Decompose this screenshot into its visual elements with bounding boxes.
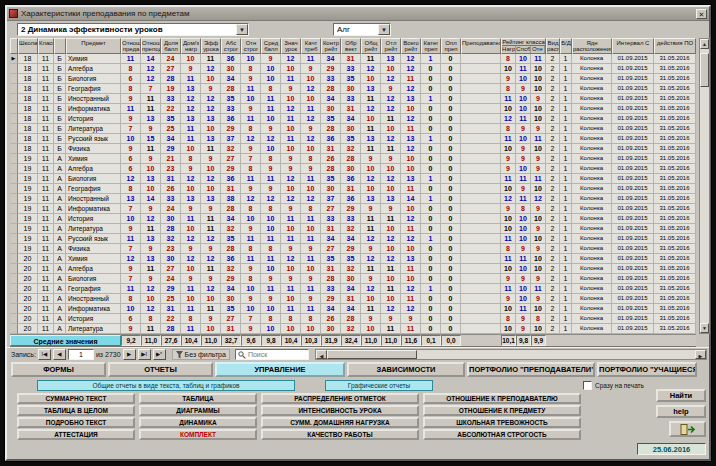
cell-date-from[interactable]: 01.09.2015 — [612, 224, 654, 234]
cell[interactable]: 12 — [121, 174, 141, 184]
cell-location[interactable]: Колонка — [572, 194, 612, 204]
cell[interactable]: 10 — [501, 324, 516, 334]
cell[interactable]: 12 — [201, 104, 221, 114]
cell[interactable]: 30 — [321, 184, 341, 194]
cell[interactable]: 10 — [281, 124, 301, 134]
cell[interactable]: 11 — [381, 214, 401, 224]
cell-date-from[interactable]: 01.09.2015 — [612, 304, 654, 314]
cell[interactable]: 30 — [221, 294, 241, 304]
cell-subject[interactable]: Физика — [66, 144, 121, 154]
cell[interactable]: 33 — [161, 194, 181, 204]
cell-location[interactable]: Колонка — [572, 104, 612, 114]
cell[interactable]: 0 — [441, 214, 461, 224]
cell[interactable]: 9 — [401, 314, 421, 324]
cell[interactable]: 10 — [261, 214, 281, 224]
cell[interactable]: 10 — [181, 184, 201, 194]
cell[interactable]: 9 — [361, 244, 381, 254]
cell[interactable]: 11 — [38, 104, 54, 114]
cell[interactable]: 10 — [241, 94, 261, 104]
cell[interactable]: 14 — [141, 54, 161, 64]
cell[interactable]: 31 — [321, 264, 341, 274]
cell[interactable]: 9 — [531, 164, 546, 174]
row-selector[interactable] — [10, 234, 18, 244]
cell-subject[interactable]: Информатика — [66, 204, 121, 214]
row-selector[interactable] — [10, 324, 18, 334]
cell[interactable]: 10 — [501, 144, 516, 154]
cell[interactable]: 1 — [560, 84, 572, 94]
cell[interactable]: 10 — [201, 294, 221, 304]
cell[interactable]: 8 — [121, 64, 141, 74]
cell[interactable]: 10 — [281, 184, 301, 194]
cell[interactable]: 27 — [321, 244, 341, 254]
cell[interactable]: 13 — [201, 114, 221, 124]
cell-teacher[interactable] — [461, 264, 501, 274]
cell[interactable]: 19 — [18, 174, 38, 184]
main-button-2[interactable]: УПРАВЛЕНИЕ — [215, 362, 345, 377]
cell[interactable]: 9 — [261, 124, 281, 134]
cell[interactable]: 10 — [201, 164, 221, 174]
cell[interactable]: 11 — [141, 224, 161, 234]
cell[interactable]: 7 — [241, 154, 261, 164]
cell[interactable]: 0 — [421, 224, 441, 234]
report-button-col3-0[interactable]: РАСПРЕДЕЛЕНИЕ ОТМЕТОК — [261, 393, 419, 404]
cell[interactable]: 10 — [181, 144, 201, 154]
cell[interactable]: 8 — [301, 314, 321, 324]
cell[interactable]: 11 — [201, 224, 221, 234]
cell[interactable]: 31 — [161, 304, 181, 314]
row-selector[interactable] — [10, 64, 18, 74]
cell[interactable]: 30 — [341, 124, 361, 134]
cell[interactable]: 1 — [421, 174, 441, 184]
cell[interactable]: 1 — [560, 274, 572, 284]
cell[interactable]: 11 — [181, 284, 201, 294]
cell[interactable]: 28 — [221, 204, 241, 214]
cell-teacher[interactable] — [461, 234, 501, 244]
cell[interactable]: 10 — [281, 224, 301, 234]
cell[interactable]: 9 — [361, 154, 381, 164]
cell[interactable]: 14 — [141, 194, 161, 204]
cell-teacher[interactable] — [461, 184, 501, 194]
cell-date-to[interactable]: 31.05.2016 — [654, 234, 696, 244]
cell[interactable]: 9 — [241, 224, 261, 234]
cell[interactable]: 9 — [121, 94, 141, 104]
cell[interactable]: 10 — [121, 134, 141, 144]
scrollbar-track[interactable] — [700, 49, 709, 323]
cell[interactable]: 11 — [38, 134, 54, 144]
cell[interactable]: 10 — [261, 64, 281, 74]
cell[interactable]: А — [54, 184, 66, 194]
cell[interactable]: 10 — [501, 104, 516, 114]
col-header[interactable]: Общ рейт — [361, 38, 381, 54]
cell-teacher[interactable] — [461, 304, 501, 314]
cell[interactable]: 10 — [531, 324, 546, 334]
cell-location[interactable]: Колонка — [572, 174, 612, 184]
cell[interactable]: 29 — [161, 144, 181, 154]
cell[interactable]: 10 — [301, 324, 321, 334]
cell[interactable]: 11 — [401, 124, 421, 134]
report-button-col3-3[interactable]: КАЧЕСТВО РАБОТЫ — [261, 429, 419, 440]
cell[interactable]: 19 — [161, 84, 181, 94]
cell[interactable]: 20 — [18, 304, 38, 314]
cell[interactable]: 36 — [341, 194, 361, 204]
cell[interactable]: 0 — [421, 204, 441, 214]
cell[interactable]: 1 — [560, 204, 572, 214]
chevron-down-icon[interactable]: ▼ — [378, 24, 390, 35]
cell-date-from[interactable]: 01.09.2015 — [612, 174, 654, 184]
cell[interactable]: 9 — [281, 164, 301, 174]
cell[interactable]: 0 — [421, 184, 441, 194]
cell[interactable]: 2 — [546, 74, 560, 84]
cell[interactable]: 13 — [201, 194, 221, 204]
cell-date-to[interactable]: 31.05.2016 — [654, 254, 696, 264]
cell[interactable]: 12 — [361, 234, 381, 244]
cell[interactable]: 0 — [441, 114, 461, 124]
cell[interactable]: 10 — [261, 114, 281, 124]
cell[interactable]: 10 — [401, 274, 421, 284]
cell[interactable]: Б — [54, 74, 66, 84]
cell[interactable]: 11 — [38, 184, 54, 194]
cell[interactable]: 27 — [321, 204, 341, 214]
cell[interactable]: 28 — [221, 84, 241, 94]
cell[interactable]: 11 — [361, 304, 381, 314]
cell[interactable]: 9 — [261, 294, 281, 304]
main-button-0[interactable]: ФОРМЫ — [11, 362, 106, 377]
cell-teacher[interactable] — [461, 284, 501, 294]
cell[interactable]: 9 — [261, 274, 281, 284]
col-header[interactable]: Сред балл — [261, 38, 281, 54]
